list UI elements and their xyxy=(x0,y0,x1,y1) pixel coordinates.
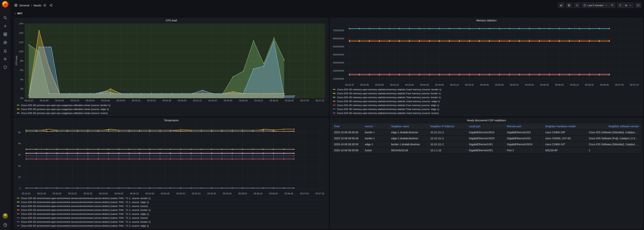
alerting-bell-icon[interactable] xyxy=(3,49,7,53)
table-cell: 2025-10-09 09:35:49 xyxy=(332,136,363,141)
legend-item[interactable]: Cisco-IOS-XE-process-cpu-oper:cpu-usage/… xyxy=(16,111,327,115)
table-cell: 10.1.1.16 xyxy=(428,147,467,153)
top-navbar: General / Nautix Last 5 minutes xyxy=(10,0,644,11)
temperature-legend: Cisco-IOS-XE-environment-oper:environmen… xyxy=(14,196,328,228)
explore-compass-icon[interactable] xyxy=(3,41,7,45)
table-row[interactable]: 2025-10-09 09:35:55border-1edge-1.dnalab… xyxy=(332,130,641,136)
table-cell: GigabitEthernet1/0/1 xyxy=(467,147,505,153)
svg-text:0: 0 xyxy=(19,187,20,190)
svg-text:09:37:15: 09:37:15 xyxy=(630,84,639,86)
legend-item[interactable]: Cisco-IOS-XE-environment-oper:environmen… xyxy=(16,200,327,204)
table-cell: GigabitEthernet1/0/24 xyxy=(505,141,544,147)
time-range-picker[interactable]: Last 5 minutes xyxy=(582,3,609,8)
share-icon[interactable] xyxy=(49,4,53,7)
legend-item[interactable]: Cisco-IOS-XE-memory-oper:memory-statisti… xyxy=(332,107,641,111)
table-row[interactable]: 2025-10-09 09:35:55edge-1border-1.dnalab… xyxy=(332,141,641,147)
server-admin-shield-icon[interactable] xyxy=(3,65,7,69)
kiosk-tv-button[interactable] xyxy=(635,3,642,8)
svg-text:09:36:45: 09:36:45 xyxy=(284,192,293,195)
dashboard-title[interactable]: Nautix xyxy=(34,4,42,7)
svg-text:09:32:45: 09:32:45 xyxy=(37,192,46,195)
user-avatar[interactable] xyxy=(2,213,8,219)
breadcrumb-section[interactable]: General xyxy=(19,4,29,7)
configuration-gear-icon[interactable] xyxy=(3,57,7,61)
legend-item[interactable]: Cisco-IOS-XE-memory-oper:memory-statisti… xyxy=(332,99,641,103)
legend-swatch xyxy=(17,202,20,202)
legend-item[interactable]: Cisco-IOS-XE-environment-oper:environmen… xyxy=(16,224,327,228)
panel-title[interactable]: Newly discovered CDP neighbors xyxy=(330,118,643,123)
help-icon[interactable] xyxy=(3,223,7,227)
dashboard-settings-button[interactable] xyxy=(574,3,580,8)
dashboards-icon[interactable] xyxy=(3,32,7,36)
memory-statistics-chart[interactable]: 1000000002000000003000000004000000005000… xyxy=(331,23,642,87)
legend-item[interactable]: Cisco-IOS-XE-process-cpu-oper:cpu-usage/… xyxy=(16,103,327,107)
save-dashboard-button[interactable] xyxy=(566,3,572,8)
legend-swatch xyxy=(333,97,336,98)
column-header-local-port[interactable]: Local port xyxy=(467,124,505,129)
grafana-logo[interactable] xyxy=(2,1,8,8)
svg-text:40: 40 xyxy=(18,142,21,145)
column-header-neighbor-ip-address[interactable]: Neighbor IP Address xyxy=(428,124,467,129)
table-cell: cisco C9300-24T xyxy=(544,141,587,147)
column-header-neighbor-name[interactable]: Neighbor name xyxy=(389,124,428,129)
table-cell: GigabitEthernet1/0/24 xyxy=(467,130,505,135)
add-panel-button[interactable] xyxy=(558,3,564,8)
column-header-neighbor-software-version[interactable]: Neighbor software version xyxy=(587,124,641,129)
legend-label: Cisco-IOS-XE-environment-oper:environmen… xyxy=(21,201,149,203)
cpu-load-chart[interactable]: 0%2%4%6%8%10%12%14%16%09:32:3009:32:4509… xyxy=(15,23,327,103)
refresh-interval-picker[interactable]: 5s xyxy=(623,3,634,8)
legend-item[interactable]: Cisco-IOS-XE-memory-oper:memory-statisti… xyxy=(332,103,641,107)
legend-item[interactable]: Cisco-IOS-XE-environment-oper:environmen… xyxy=(16,220,327,224)
legend-label: Cisco-IOS-XE-environment-oper:environmen… xyxy=(21,224,149,227)
temperature-chart[interactable]: 0102030405009:32:3009:32:4509:33:0009:33… xyxy=(15,123,327,196)
svg-text:09:36:00: 09:36:00 xyxy=(555,84,564,86)
table-cell: edge-1.dnalab.bluetree xyxy=(389,130,428,135)
legend-label: Cisco-IOS-XE-memory-oper:memory-statisti… xyxy=(337,104,439,107)
star-icon[interactable] xyxy=(43,4,46,7)
dashboard-row-mdt[interactable]: MDT xyxy=(14,12,22,15)
svg-text:09:34:00: 09:34:00 xyxy=(116,99,125,102)
column-header-time[interactable]: Time xyxy=(332,124,363,129)
zoom-out-time-button[interactable] xyxy=(609,3,616,8)
svg-text:50: 50 xyxy=(18,131,21,134)
legend-item[interactable]: Cisco-IOS-XE-process-cpu-oper:cpu-usage/… xyxy=(16,107,327,111)
legend-item[interactable]: Cisco-IOS-XE-environment-oper:environmen… xyxy=(16,208,327,212)
svg-text:09:34:30: 09:34:30 xyxy=(147,99,156,102)
plus-icon[interactable] xyxy=(3,24,7,28)
legend-item[interactable]: Cisco-IOS-XE-environment-oper:environmen… xyxy=(16,216,327,220)
table-cell: cisco C9300-24P xyxy=(544,130,587,135)
column-header-source[interactable]: source↑ xyxy=(363,124,389,129)
svg-text:09:34:15: 09:34:15 xyxy=(450,84,459,86)
refresh-button[interactable] xyxy=(617,3,623,8)
legend-swatch xyxy=(17,198,20,198)
svg-text:09:35:15: 09:35:15 xyxy=(193,99,202,102)
svg-text:400000000: 400000000 xyxy=(333,53,344,56)
legend-item[interactable]: Cisco-IOS-XE-environment-oper:environmen… xyxy=(16,196,327,200)
svg-text:09:34:30: 09:34:30 xyxy=(145,192,154,195)
legend-item[interactable]: Cisco-IOS-XE-memory-oper:memory-statisti… xyxy=(332,95,641,99)
search-icon[interactable] xyxy=(3,16,7,20)
legend-item[interactable]: Cisco-IOS-XE-environment-oper:environmen… xyxy=(16,204,327,208)
svg-text:09:35:45: 09:35:45 xyxy=(223,192,232,195)
svg-text:09:37:00: 09:37:00 xyxy=(300,99,309,102)
svg-text:09:36:30: 09:36:30 xyxy=(270,99,278,102)
legend-swatch xyxy=(333,109,336,109)
legend-item[interactable]: Cisco-IOS-XE-memory-oper:memory-statisti… xyxy=(332,92,641,95)
svg-text:09:37:15: 09:37:15 xyxy=(316,192,324,195)
svg-text:09:35:30: 09:35:30 xyxy=(207,192,216,195)
table-row[interactable]: 2025-10-09 09:35:49border-1edge-2.dnalab… xyxy=(332,136,641,141)
panel-title[interactable]: Memory statistics xyxy=(330,18,643,23)
column-header-remote-port[interactable]: Remote port xyxy=(505,124,544,129)
svg-text:09:36:15: 09:36:15 xyxy=(570,84,579,86)
panel-title[interactable]: CPU load xyxy=(14,18,328,23)
table-row[interactable]: 2025-10-09 09:35:59fusion881544e321af10.… xyxy=(332,147,641,153)
svg-text:09:33:45: 09:33:45 xyxy=(420,84,429,86)
legend-item[interactable]: Cisco-IOS-XE-memory-oper:memory-statisti… xyxy=(332,111,641,115)
panel-title[interactable]: Temperature xyxy=(14,118,328,123)
panel-cdp-neighbors-table: Newly discovered CDP neighbors Timesourc… xyxy=(330,118,643,229)
legend-item[interactable]: Cisco-IOS-XE-memory-oper:memory-statisti… xyxy=(332,88,641,92)
svg-text:4%: 4% xyxy=(20,78,24,81)
legend-item[interactable]: Cisco-IOS-XE-environment-oper:environmen… xyxy=(16,212,327,216)
legend-label: Cisco-IOS-XE-environment-oper:environmen… xyxy=(21,216,148,219)
column-header-neighbor-hardware-model[interactable]: Neighbor hardware model xyxy=(544,124,587,129)
